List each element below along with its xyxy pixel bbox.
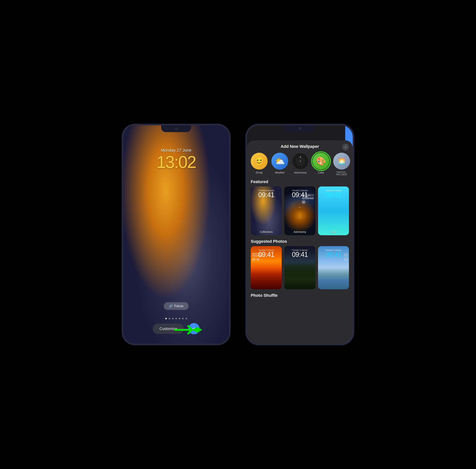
suggested-card-forest[interactable]: Tuesday 9 January 09:41 xyxy=(284,246,315,289)
dot-1 xyxy=(165,318,167,319)
focus-link-icon: 🔗 xyxy=(169,304,173,308)
power-button-2[interactable] xyxy=(353,167,354,185)
color-icon: 🎨 xyxy=(313,153,330,169)
dot-5 xyxy=(179,318,180,319)
color-feat-date: Tuesday 9 January xyxy=(326,189,341,192)
volume-up-button[interactable] xyxy=(122,163,123,176)
dot-6 xyxy=(182,318,184,319)
emoji-label: Emoji xyxy=(256,171,262,174)
power-button[interactable] xyxy=(229,167,231,185)
green-arrow-indicator xyxy=(173,322,203,338)
astronomy-feat-label: Astronomy xyxy=(284,230,315,233)
svg-point-10 xyxy=(299,213,301,214)
color-lock-overlay: Tuesday 9 January 09:41 xyxy=(318,186,349,235)
svg-point-13 xyxy=(300,217,300,218)
photos-icon: 🌅 xyxy=(333,153,350,169)
featured-card-color[interactable]: Tuesday 9 January 09:41 Color xyxy=(318,186,349,235)
wallpaper-picker-screen: Add New Wallpaper × 😊 Emoji ⛅ Weather xyxy=(247,125,353,344)
category-row: 😊 Emoji ⛅ Weather xyxy=(247,151,353,179)
collections-lock-overlay: Tuesday 9 January 09:41 xyxy=(251,186,282,235)
astronomy-feat-date: Tuesday 9 January xyxy=(292,189,308,192)
page-indicators xyxy=(123,318,229,319)
modal-title: Add New Wallpaper xyxy=(281,144,319,149)
suggested-section-title: Suggested Photos xyxy=(247,238,353,246)
dot-4 xyxy=(175,318,177,319)
phone-1: Monday 27 June 13:02 🔗 Focus Customise + xyxy=(122,124,231,345)
lock-screen: Monday 27 June 13:02 🔗 Focus Customise + xyxy=(123,125,229,344)
collections-label: Collections xyxy=(251,230,282,233)
collections-date: Tuesday 9 January xyxy=(258,189,274,192)
dot-2 xyxy=(169,318,170,319)
svg-point-11 xyxy=(300,207,300,208)
coast-date: Tuesday 9 January xyxy=(326,249,341,251)
featured-section-title: Featured xyxy=(247,179,353,186)
emoji-icon: 😊 xyxy=(251,153,268,169)
forest-lock-overlay: Tuesday 9 January 09:41 xyxy=(284,246,315,289)
color-label: Color xyxy=(318,171,324,174)
lock-date: Monday 27 June xyxy=(123,148,229,153)
svg-point-5 xyxy=(300,157,301,158)
dot-3 xyxy=(172,318,174,319)
collections-time: 09:41 xyxy=(258,192,274,198)
volume-down-button[interactable] xyxy=(122,180,123,193)
add-wallpaper-modal: Add New Wallpaper × 😊 Emoji ⛅ Weather xyxy=(247,140,353,344)
forest-date: Tuesday 9 January xyxy=(292,249,308,251)
svg-point-4 xyxy=(300,161,301,162)
color-feat-label: Color xyxy=(318,230,349,233)
color-feat-time: 09:41 xyxy=(326,192,341,198)
category-astronomy[interactable]: Astronomy xyxy=(292,153,309,176)
featured-card-astronomy[interactable]: Tuesday 9 January 09:41 xyxy=(284,186,315,235)
focus-label: Focus xyxy=(174,304,183,308)
astronomy-lock-overlay: Tuesday 9 January 09:41 xyxy=(284,186,315,235)
lock-time: 13:02 xyxy=(123,152,229,172)
sunset-lock-overlay: Tuesday 9 January 09:41 Mon 27 Jan No ev… xyxy=(251,246,282,289)
suggested-card-sunset[interactable]: Tuesday 9 January 09:41 Mon 27 Jan No ev… xyxy=(251,246,282,289)
category-emoji[interactable]: 😊 Emoji xyxy=(251,153,268,176)
forest-time: 09:41 xyxy=(292,251,308,258)
modal-header: Add New Wallpaper × xyxy=(247,140,353,151)
front-camera-2 xyxy=(299,127,301,130)
sunset-date: Tuesday 9 January xyxy=(258,249,274,251)
weather-icon: ⛅ xyxy=(271,153,288,169)
astronomy-icon xyxy=(292,153,309,169)
suggested-card-coast[interactable]: Tuesday 9 January 09:41 🏃 📍 xyxy=(318,246,349,289)
svg-point-12 xyxy=(304,213,304,214)
category-weather[interactable]: ⛅ Weather xyxy=(271,153,288,176)
featured-card-collections[interactable]: Tuesday 9 January 09:41 Collections xyxy=(251,186,282,235)
volume-down-button-2[interactable] xyxy=(245,180,247,193)
coast-time: 09:41 xyxy=(326,251,341,258)
focus-pill[interactable]: 🔗 Focus xyxy=(164,302,189,310)
category-color[interactable]: 🎨 Color xyxy=(313,153,330,176)
suggested-photos-row: Tuesday 9 January 09:41 Mon 27 Jan No ev… xyxy=(247,246,353,292)
weather-label: Weather xyxy=(275,171,285,174)
close-button[interactable]: × xyxy=(342,144,349,151)
dot-7 xyxy=(186,318,187,319)
volume-up-button-2[interactable] xyxy=(245,163,247,176)
front-camera xyxy=(175,127,177,130)
coast-lock-overlay: Tuesday 9 January 09:41 🏃 📍 xyxy=(318,246,349,289)
svg-marker-0 xyxy=(192,327,202,333)
photo-shuffle-title: Photo Shuffle xyxy=(247,292,353,299)
photos-label: PHOTOS_PER_DESC xyxy=(336,171,347,176)
phone-2: Add New Wallpaper × 😊 Emoji ⛅ Weather xyxy=(245,124,354,345)
modal-scroll-content[interactable]: 😊 Emoji ⛅ Weather xyxy=(247,151,353,344)
featured-cards-row: Tuesday 9 January 09:41 Collections Tues… xyxy=(247,186,353,238)
astronomy-label: Astronomy xyxy=(294,171,307,174)
category-photos[interactable]: 🌅 PHOTOS_PER_DESC xyxy=(333,153,350,176)
